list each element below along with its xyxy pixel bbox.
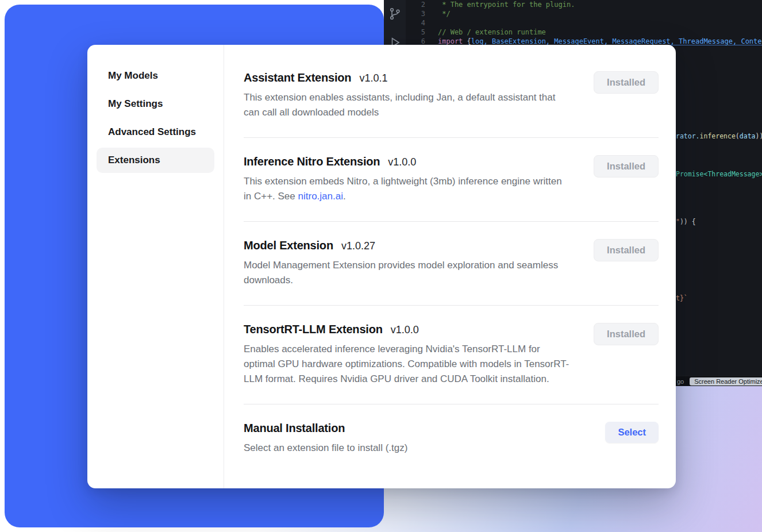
sidebar-item-my-models[interactable]: My Models (97, 63, 214, 88)
extension-info: Manual Installation Select an extension … (244, 422, 407, 456)
extension-title: Model Extension (244, 239, 333, 252)
installed-button[interactable]: Installed (594, 239, 659, 261)
extension-section-tensorrt: TensortRT-LLM Extension v1.0.0 Enables a… (244, 306, 659, 404)
extension-description: Model Management Extension provides mode… (244, 258, 571, 288)
extension-description: This extension embeds Nitro, a lightweig… (244, 174, 571, 204)
sidebar-item-my-settings[interactable]: My Settings (97, 91, 214, 117)
extension-section-assistant: Assistant Extension v1.0.1 This extensio… (244, 54, 659, 138)
sidebar: My Models My Settings Advanced Settings … (87, 45, 224, 488)
code-fragment-string-brace: ")) { (676, 218, 696, 226)
code-fragment-template-end: t}` (676, 294, 688, 302)
line-number: 3 (406, 9, 425, 18)
imported-symbols: log, BaseExtension, MessageEvent, Messag… (471, 37, 762, 45)
extension-title: Manual Installation (244, 422, 345, 435)
extension-section-manual-install: Manual Installation Select an extension … (244, 404, 659, 473)
line-number: 2 (406, 0, 425, 9)
code-text: // Web / extension runtime (425, 28, 546, 37)
extension-version: v1.0.27 (341, 240, 375, 252)
code-fragment-promise-type: Promise<ThreadMessage> (676, 170, 762, 178)
installed-button[interactable]: Installed (594, 323, 659, 345)
line-number: 4 (406, 18, 425, 28)
line-number: 5 (406, 28, 425, 37)
installed-button[interactable]: Installed (594, 71, 659, 94)
code-token: ( (736, 132, 740, 140)
settings-card: My Models My Settings Advanced Settings … (87, 45, 676, 488)
extension-version: v1.0.0 (391, 324, 419, 336)
extension-title: Assistant Extension (244, 71, 351, 84)
source-control-icon[interactable] (388, 7, 402, 21)
code-fragment-inference-call: rator.inference(data)); (676, 132, 762, 140)
extension-title: Inference Nitro Extension (244, 155, 380, 168)
extension-description: Enables accelerated inference leveraging… (244, 342, 571, 387)
extension-section-nitro: Inference Nitro Extension v1.0.0 This ex… (244, 138, 659, 222)
status-bar-text: go (677, 378, 684, 385)
code-area[interactable]: 2 * The entrypoint for the plugin. 3 */ … (406, 0, 762, 46)
code-token: )) { (680, 218, 696, 226)
extension-info: Inference Nitro Extension v1.0.0 This ex… (244, 155, 571, 204)
screen-reader-chip[interactable]: Screen Reader Optimize (690, 377, 762, 385)
code-line: 4 (406, 18, 762, 28)
extension-info: TensortRT-LLM Extension v1.0.0 Enables a… (244, 323, 571, 387)
extension-info: Model Extension v1.0.27 Model Management… (244, 239, 571, 288)
code-line: 5 // Web / extension runtime (406, 28, 762, 37)
nitro-link[interactable]: nitro.jan.ai (298, 191, 343, 202)
code-text: */ (425, 9, 451, 18)
extension-section-model: Model Extension v1.0.27 Model Management… (244, 222, 659, 306)
extension-version: v1.0.1 (359, 72, 387, 84)
extension-description: This extension enables assistants, inclu… (244, 90, 571, 120)
installed-button[interactable]: Installed (594, 155, 659, 178)
extension-info: Assistant Extension v1.0.1 This extensio… (244, 71, 571, 120)
code-line: 2 * The entrypoint for the plugin. (406, 0, 762, 9)
description-text: This extension embeds Nitro, a lightweig… (244, 176, 562, 202)
code-token: data (740, 132, 756, 140)
code-token: rator. (676, 132, 700, 140)
code-text: * The entrypoint for the plugin. (425, 0, 575, 9)
import-keyword: import (438, 37, 467, 45)
extension-version: v1.0.0 (388, 156, 416, 168)
code-token: inference (700, 132, 736, 140)
sidebar-item-extensions[interactable]: Extensions (97, 148, 214, 173)
brace: { (467, 37, 471, 45)
extension-title: TensortRT-LLM Extension (244, 323, 383, 336)
extensions-panel: Assistant Extension v1.0.1 This extensio… (224, 45, 676, 488)
code-token: )); (756, 132, 762, 140)
select-button[interactable]: Select (605, 422, 659, 443)
code-text (425, 18, 438, 28)
extension-description: Select an extension file to install (.tg… (244, 441, 407, 456)
description-text: . (343, 191, 346, 202)
code-line: 3 */ (406, 9, 762, 18)
code-token: " (676, 218, 680, 226)
sidebar-item-advanced-settings[interactable]: Advanced Settings (97, 119, 214, 145)
